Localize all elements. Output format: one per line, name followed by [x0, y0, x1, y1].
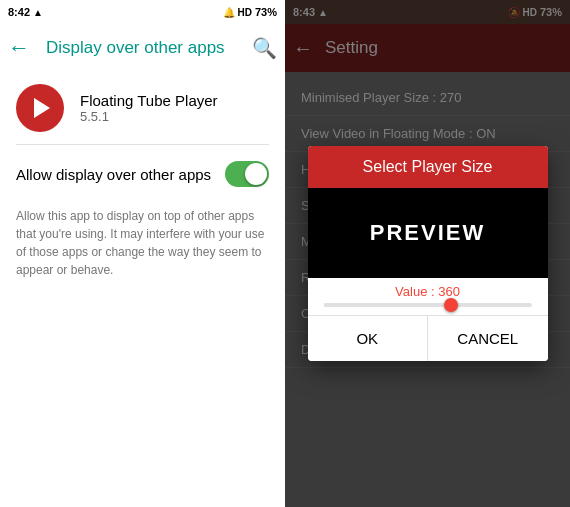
modal-overlay: Select Player Size PREVIEW Value : 360 O… — [285, 0, 570, 507]
select-player-size-modal: Select Player Size PREVIEW Value : 360 O… — [308, 146, 548, 361]
app-version: 5.5.1 — [80, 109, 218, 124]
play-icon — [34, 98, 50, 118]
slider-fill — [324, 303, 449, 307]
left-status-right: 🔔 HD 73% — [223, 6, 277, 18]
right-panel: 8:43 ▲ 🔕 HD 73% ← Setting Minimised Play… — [285, 0, 570, 507]
allow-display-toggle[interactable] — [225, 161, 269, 187]
slider-track[interactable] — [324, 303, 532, 307]
app-icon — [16, 84, 64, 132]
left-topbar: ← Display over other apps 🔍 — [0, 24, 285, 72]
left-mute-icon: 🔔 — [223, 7, 235, 18]
toggle-row: Allow display over other apps — [0, 145, 285, 203]
left-battery: 73% — [255, 6, 277, 18]
left-page-title: Display over other apps — [46, 38, 236, 58]
preview-text: PREVIEW — [370, 220, 485, 246]
left-back-button[interactable]: ← — [8, 35, 30, 61]
left-status-left: 8:42 ▲ — [8, 6, 43, 18]
modal-title: Select Player Size — [308, 146, 548, 188]
left-signal-icon: ▲ — [33, 7, 43, 18]
slider-thumb[interactable] — [444, 298, 458, 312]
toggle-knob — [245, 163, 267, 185]
app-row: Floating Tube Player 5.5.1 — [0, 72, 285, 144]
search-icon[interactable]: 🔍 — [252, 36, 277, 60]
modal-value-label: Value : 360 — [308, 278, 548, 303]
toggle-label: Allow display over other apps — [16, 166, 211, 183]
app-info: Floating Tube Player 5.5.1 — [80, 92, 218, 124]
left-panel: 8:42 ▲ 🔔 HD 73% ← Display over other app… — [0, 0, 285, 507]
ok-button[interactable]: OK — [308, 316, 429, 361]
modal-preview-area: PREVIEW — [308, 188, 548, 278]
description-text: Allow this app to display on top of othe… — [0, 203, 285, 295]
left-wifi-icon: HD — [238, 7, 252, 18]
modal-buttons: OK CANCEL — [308, 316, 548, 361]
left-time: 8:42 — [8, 6, 30, 18]
app-name: Floating Tube Player — [80, 92, 218, 109]
left-status-bar: 8:42 ▲ 🔔 HD 73% — [0, 0, 285, 24]
slider-container — [308, 303, 548, 315]
cancel-button[interactable]: CANCEL — [428, 316, 548, 361]
